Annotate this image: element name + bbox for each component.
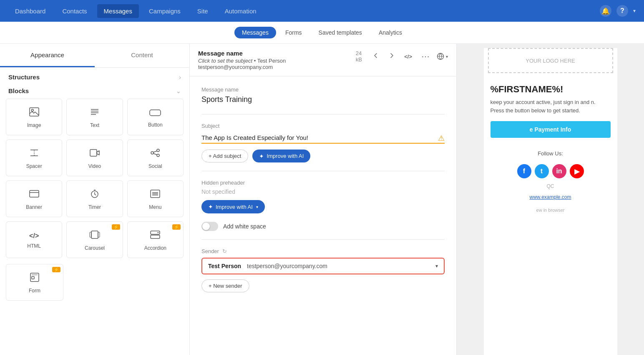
- add-subject-button[interactable]: + Add subject: [201, 150, 248, 162]
- block-banner[interactable]: Banner: [6, 180, 62, 217]
- message-header: Message name Click to set the subject • …: [190, 44, 456, 76]
- divider-3: [201, 239, 445, 240]
- svg-rect-6: [150, 110, 161, 116]
- whitespace-label: Add white space: [223, 223, 266, 230]
- improve-preheader-button[interactable]: ✦ Improve with AI ▾: [201, 200, 265, 213]
- preheader-value: Not specified: [201, 188, 445, 195]
- new-sender-button[interactable]: + New sender: [201, 279, 249, 292]
- nav-campaigns[interactable]: Campaigns: [142, 4, 187, 18]
- block-spacer-label: Spacer: [26, 163, 42, 169]
- facebook-icon[interactable]: f: [517, 164, 531, 178]
- tab-content[interactable]: Content: [95, 44, 189, 67]
- ai-sparkle-icon: ✦: [259, 153, 264, 160]
- block-social[interactable]: Social: [127, 139, 184, 176]
- svg-line-14: [153, 151, 157, 152]
- subject-warning-icon: ⚠: [438, 134, 445, 143]
- sender-refresh-icon[interactable]: ↻: [222, 248, 227, 254]
- blocks-section: Blocks ⌄: [0, 85, 189, 99]
- account-dropdown-arrow[interactable]: ▾: [633, 8, 636, 14]
- subject-section: Subject ⚠ + Add subject ✦ Improve with A…: [201, 123, 445, 162]
- whitespace-toggle[interactable]: [201, 222, 218, 231]
- back-button[interactable]: [370, 51, 382, 63]
- structures-expand-arrow[interactable]: ›: [179, 74, 181, 81]
- tab-forms[interactable]: Forms: [278, 27, 309, 38]
- lang-dropdown-arrow: ▾: [446, 54, 448, 59]
- subject-actions: + Add subject ✦ Improve with AI: [201, 150, 445, 162]
- tab-messages[interactable]: Messages: [234, 27, 276, 38]
- preview-payment-button[interactable]: e Payment Info: [491, 121, 611, 138]
- svg-point-1: [31, 109, 33, 112]
- sender-section: Sender ↻ Test Person testperson@yourcomp…: [201, 248, 445, 292]
- preheader-ai-icon: ✦: [208, 203, 213, 210]
- block-form-label: Form: [29, 288, 40, 294]
- tab-analytics[interactable]: Analytics: [371, 27, 410, 38]
- block-form[interactable]: ⚡ Form: [6, 264, 63, 301]
- twitter-icon[interactable]: t: [535, 164, 549, 178]
- message-header-right: 24 kB </> ⋯ ▾: [356, 50, 448, 63]
- block-timer[interactable]: Timer: [66, 180, 123, 217]
- blocks-grid: Image Text Button Spacer: [0, 99, 189, 264]
- tab-appearance[interactable]: Appearance: [0, 44, 95, 67]
- more-options-button[interactable]: ⋯: [419, 50, 433, 63]
- youtube-icon[interactable]: ▶: [570, 164, 584, 178]
- banner-block-icon: [29, 189, 39, 201]
- svg-point-13: [157, 154, 159, 157]
- message-name-group: Message name Sports Training: [201, 86, 445, 104]
- notification-icon[interactable]: 🔔: [600, 5, 611, 17]
- sender-dropdown-arrow-icon: ▾: [435, 263, 438, 269]
- tab-saved-templates[interactable]: Saved templates: [311, 27, 370, 38]
- instagram-icon[interactable]: in: [552, 164, 566, 178]
- nav-links: Dashboard Contacts Messages Campaigns Si…: [8, 4, 263, 18]
- nav-contacts[interactable]: Contacts: [55, 4, 93, 18]
- language-selector[interactable]: ▾: [437, 53, 448, 60]
- blocks-label: Blocks: [8, 87, 29, 94]
- preview-website-link[interactable]: www.example.com: [484, 191, 617, 203]
- sidebar-tabs: Appearance Content: [0, 44, 189, 68]
- structures-label: Structures: [8, 74, 40, 81]
- code-button[interactable]: </>: [402, 52, 415, 61]
- svg-rect-24: [91, 231, 98, 238]
- preview-social-icons: f t in ▶: [484, 161, 617, 182]
- block-video[interactable]: Video: [66, 139, 123, 176]
- svg-rect-31: [32, 276, 34, 279]
- block-social-label: Social: [148, 163, 162, 169]
- block-menu[interactable]: Menu: [127, 180, 184, 217]
- block-spacer[interactable]: Spacer: [6, 139, 62, 176]
- block-html[interactable]: </> HTML: [6, 221, 62, 258]
- help-icon[interactable]: ?: [616, 5, 628, 17]
- block-video-label: Video: [88, 163, 101, 169]
- block-text[interactable]: Text: [66, 99, 123, 135]
- subject-field-label: Subject: [201, 123, 445, 129]
- social-block-icon: [150, 148, 160, 160]
- nav-automation[interactable]: Automation: [218, 4, 263, 18]
- block-button[interactable]: Button: [127, 99, 184, 135]
- nav-dashboard[interactable]: Dashboard: [8, 4, 52, 18]
- block-carousel-label: Carousel: [85, 245, 105, 251]
- block-banner-label: Banner: [26, 204, 42, 210]
- divider-1: [201, 114, 445, 114]
- svg-rect-10: [90, 150, 97, 156]
- preview-footer-link[interactable]: ew in browser: [484, 203, 617, 217]
- svg-point-12: [151, 152, 153, 154]
- svg-line-15: [153, 154, 157, 155]
- second-nav: Messages Forms Saved templates Analytics: [0, 22, 644, 44]
- block-accordion[interactable]: ⚡ Accordion: [127, 221, 184, 258]
- forward-button[interactable]: [386, 51, 397, 63]
- spacer-block-icon: [29, 148, 39, 160]
- block-button-label: Button: [148, 122, 163, 128]
- sender-email: testperson@yourcompany.com: [247, 263, 327, 269]
- message-name-value[interactable]: Sports Training: [201, 95, 445, 104]
- block-image[interactable]: Image: [6, 99, 62, 135]
- improve-ai-button[interactable]: ✦ Improve with AI: [252, 150, 310, 162]
- carousel-block-icon: [89, 230, 100, 242]
- top-nav: Dashboard Contacts Messages Campaigns Si…: [0, 0, 644, 22]
- block-carousel[interactable]: ⚡ Carousel: [66, 221, 123, 258]
- nav-site[interactable]: Site: [191, 4, 215, 18]
- nav-messages[interactable]: Messages: [97, 4, 139, 18]
- subject-input[interactable]: [201, 132, 445, 144]
- preview-body-text: keep your account active, just sign in a…: [484, 98, 617, 121]
- click-to-set-subject[interactable]: Click to set the subject: [198, 58, 252, 64]
- blocks-collapse-arrow[interactable]: ⌄: [176, 88, 181, 94]
- subject-input-wrap: ⚠: [201, 132, 445, 144]
- sender-select[interactable]: Test Person testperson@yourcompany.com ▾: [201, 258, 445, 274]
